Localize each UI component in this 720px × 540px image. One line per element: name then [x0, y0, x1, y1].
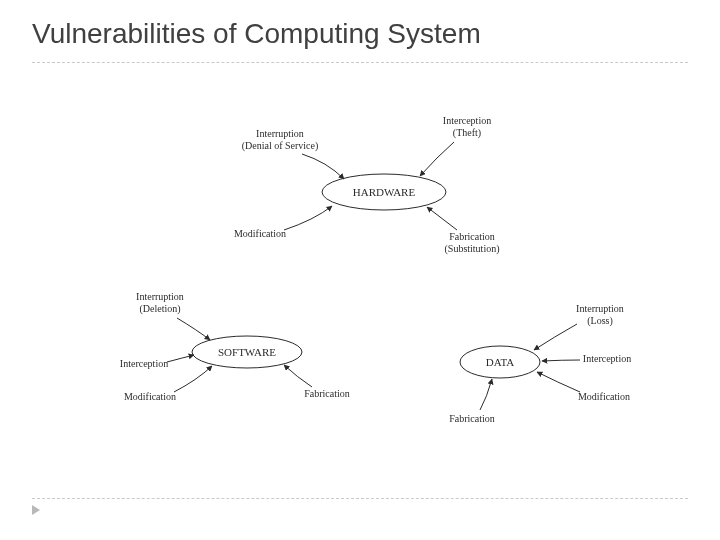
arrow-hw-fabrication — [427, 207, 457, 230]
arrow-hw-interception — [420, 142, 454, 176]
data-interception: Interception — [583, 353, 631, 364]
slide: Vulnerabilities of Computing System HARD… — [0, 0, 720, 540]
arrow-sw-interception — [167, 355, 194, 362]
arrow-sw-fabrication — [284, 365, 312, 387]
hw-interruption-l2: (Denial of Service) — [242, 140, 319, 152]
hw-interception-l2: (Theft) — [453, 127, 481, 139]
vulnerabilities-diagram: HARDWARE Interruption (Denial of Service… — [32, 62, 688, 492]
hw-interruption-l1: Interruption — [256, 128, 304, 139]
sw-modification: Modification — [124, 391, 176, 402]
hw-fabrication-l1: Fabrication — [449, 231, 495, 242]
data-interruption-l2: (Loss) — [587, 315, 613, 327]
page-title: Vulnerabilities of Computing System — [32, 18, 481, 50]
node-data-label: DATA — [486, 356, 515, 368]
arrow-sw-modification — [174, 366, 212, 392]
hw-modification: Modification — [234, 228, 286, 239]
data-fabrication: Fabrication — [449, 413, 495, 424]
arrow-data-interception — [542, 360, 580, 361]
arrow-data-fabrication — [480, 379, 492, 410]
node-hardware-label: HARDWARE — [353, 186, 416, 198]
arrow-hw-modification — [284, 206, 332, 230]
data-interruption-l1: Interruption — [576, 303, 624, 314]
sw-interception: Interception — [120, 358, 168, 369]
sw-interruption-l1: Interruption — [136, 291, 184, 302]
arrow-sw-interruption — [177, 318, 210, 340]
hw-interception-l1: Interception — [443, 115, 491, 126]
sw-fabrication: Fabrication — [304, 388, 350, 399]
divider-bottom — [32, 498, 688, 499]
hw-fabrication-l2: (Substitution) — [444, 243, 499, 255]
arrow-hw-interruption — [302, 154, 344, 179]
diagram-container: HARDWARE Interruption (Denial of Service… — [32, 62, 688, 492]
sw-interruption-l2: (Deletion) — [139, 303, 180, 315]
data-modification: Modification — [578, 391, 630, 402]
bullet-icon — [32, 505, 40, 515]
node-software-label: SOFTWARE — [218, 346, 276, 358]
arrow-data-modification — [537, 372, 580, 392]
arrow-data-interruption — [534, 324, 577, 350]
